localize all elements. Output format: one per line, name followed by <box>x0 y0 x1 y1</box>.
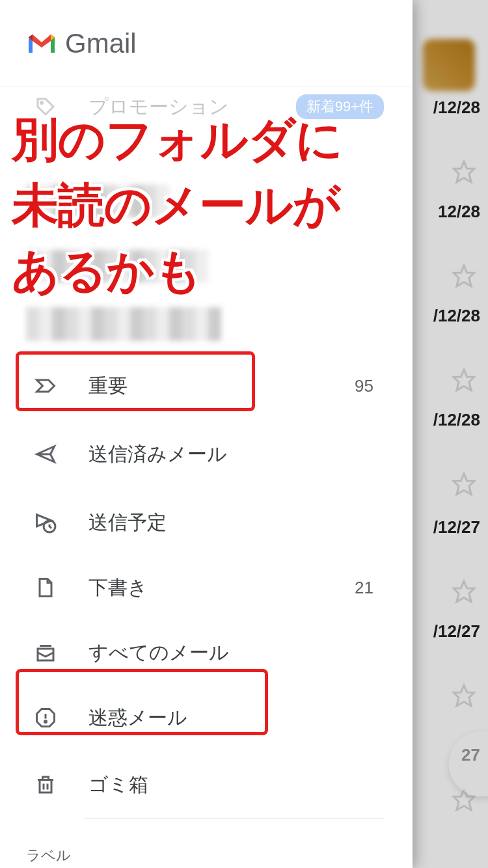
drawer-scrim[interactable] <box>410 0 488 868</box>
gmail-logo: Gmail <box>26 28 137 59</box>
nav-label: すべてのメール <box>88 640 413 666</box>
divider <box>85 819 384 819</box>
redacted-area <box>26 185 169 217</box>
drawer-header: Gmail <box>0 0 413 87</box>
new-badge: 新着99+件 <box>296 94 384 119</box>
svg-point-12 <box>45 721 47 723</box>
nav-count: 21 <box>355 578 373 598</box>
nav-label: 迷惑メール <box>88 705 413 731</box>
nav-label: ゴミ箱 <box>88 772 413 798</box>
schedule-send-icon <box>33 509 59 536</box>
file-icon <box>33 575 59 601</box>
nav-drafts[interactable]: 下書き 21 <box>0 556 413 619</box>
important-icon <box>33 373 59 399</box>
nav-label: 下書き <box>88 575 355 601</box>
stacked-mail-icon <box>33 640 59 666</box>
nav-count: 95 <box>355 376 373 396</box>
spam-icon <box>33 705 59 731</box>
redacted-area <box>26 250 208 282</box>
nav-label: 送信済みメール <box>88 441 413 468</box>
nav-promotions[interactable]: プロモーション 新着99+件 <box>0 87 413 126</box>
navigation-drawer: Gmail プロモーション 新着99+件 重要 95 送信済みメール 送信 <box>0 0 413 868</box>
nav-spam[interactable]: 迷惑メール <box>0 686 413 749</box>
nav-scheduled[interactable]: 送信予定 <box>0 491 413 554</box>
svg-point-7 <box>41 102 43 104</box>
nav-label: プロモーション <box>88 94 296 120</box>
gmail-text: Gmail <box>65 28 137 59</box>
tag-icon <box>33 94 59 120</box>
redacted-area <box>26 307 221 341</box>
labels-section-header: ラベル <box>0 846 71 865</box>
nav-important[interactable]: 重要 95 <box>0 355 413 417</box>
nav-sent[interactable]: 送信済みメール <box>0 423 413 485</box>
gmail-m-icon <box>26 32 57 55</box>
nav-label: 重要 <box>88 373 355 400</box>
nav-label: 送信予定 <box>88 509 413 536</box>
trash-icon <box>33 772 59 798</box>
send-icon <box>33 441 59 467</box>
nav-all-mail[interactable]: すべてのメール <box>0 621 413 684</box>
nav-trash[interactable]: ゴミ箱 <box>0 753 413 816</box>
